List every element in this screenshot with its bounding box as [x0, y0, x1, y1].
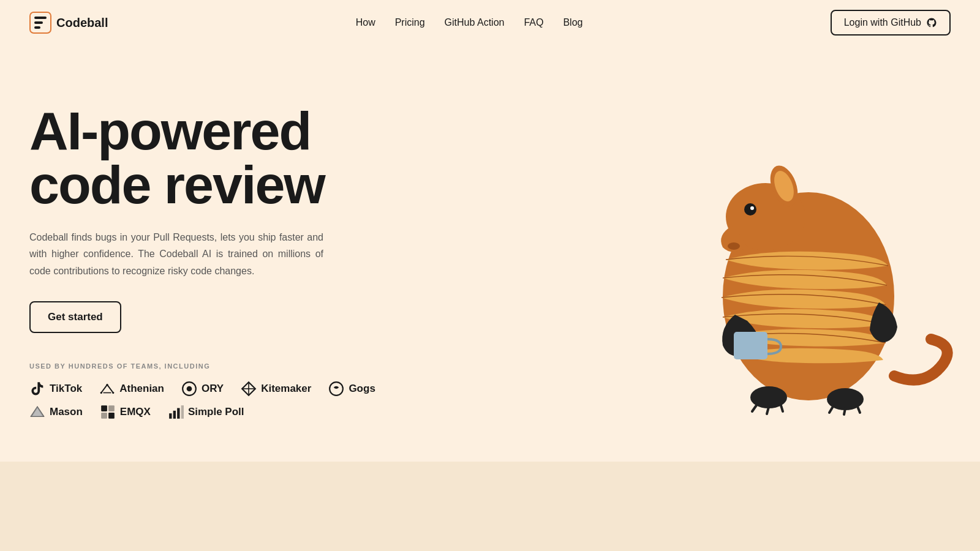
svg-point-26 — [744, 203, 756, 216]
svg-rect-1 — [34, 17, 47, 19]
logo-mason: Mason — [29, 404, 83, 420]
nav-links: How Pricing GitHub Action FAQ Blog — [356, 17, 583, 28]
logo-athenian: Athenian — [99, 381, 164, 397]
nav-faq[interactable]: FAQ — [524, 17, 543, 28]
nav-pricing[interactable]: Pricing — [395, 17, 425, 28]
athenian-icon — [99, 381, 115, 397]
svg-rect-20 — [173, 411, 176, 419]
used-by-label: USED BY HUNDREDS OF TEAMS, INCLUDING — [29, 362, 434, 370]
gogs-icon — [328, 381, 344, 397]
login-label: Login with GitHub — [844, 17, 921, 28]
athenian-label: Athenian — [119, 383, 164, 395]
logo-kitemaker: Kitemaker — [241, 381, 311, 397]
svg-point-8 — [187, 386, 192, 391]
ory-icon — [181, 381, 197, 397]
logo-ory: ORY — [181, 381, 224, 397]
svg-point-6 — [112, 392, 114, 394]
brand-logo[interactable]: Codeball — [29, 12, 108, 34]
svg-rect-15 — [101, 405, 107, 411]
simplepoll-icon — [168, 404, 184, 420]
logo-emqx: EMQX — [100, 404, 151, 420]
logos-row-2: Mason EMQX — [29, 404, 434, 420]
codeball-logo-icon — [29, 12, 51, 34]
svg-rect-30 — [734, 332, 767, 359]
navbar: Codeball How Pricing GitHub Action FAQ B… — [0, 0, 980, 45]
svg-rect-3 — [34, 26, 40, 29]
tiktok-label: TikTok — [50, 383, 82, 395]
hero-section: AI-powered code review Codeball finds bu… — [0, 45, 980, 462]
tiktok-icon — [29, 381, 45, 397]
svg-line-37 — [844, 408, 845, 414]
second-section — [0, 462, 980, 551]
logo-simplepoll: Simple Poll — [168, 404, 244, 420]
svg-line-35 — [781, 405, 783, 411]
hero-content: AI-powered code review Codeball finds bu… — [29, 104, 434, 427]
emqx-icon — [100, 404, 116, 420]
nav-blog[interactable]: Blog — [563, 17, 582, 28]
login-button[interactable]: Login with GitHub — [831, 10, 951, 36]
svg-line-36 — [829, 407, 833, 413]
svg-rect-21 — [177, 408, 179, 418]
kitemaker-icon — [241, 381, 257, 397]
emqx-label: EMQX — [120, 406, 151, 418]
get-started-button[interactable]: Get started — [29, 301, 121, 333]
svg-point-5 — [100, 392, 102, 394]
nav-how[interactable]: How — [356, 17, 375, 28]
logo-gogs: Gogs — [328, 381, 375, 397]
kitemaker-label: Kitemaker — [261, 383, 311, 395]
hero-title: AI-powered code review — [29, 104, 434, 212]
hero-illustration — [662, 58, 956, 425]
svg-line-38 — [858, 407, 860, 413]
svg-rect-16 — [108, 405, 115, 411]
svg-rect-17 — [101, 413, 107, 419]
svg-rect-19 — [169, 413, 172, 419]
svg-rect-22 — [181, 405, 184, 419]
svg-rect-18 — [108, 413, 115, 419]
svg-rect-2 — [34, 21, 43, 24]
svg-point-25 — [728, 242, 740, 250]
logos-row-1: TikTok Athenian — [29, 381, 434, 397]
simplepoll-label: Simple Poll — [188, 406, 244, 418]
github-icon — [926, 17, 937, 28]
ory-label: ORY — [202, 383, 224, 395]
nav-github-action[interactable]: GitHub Action — [445, 17, 505, 28]
gogs-label: Gogs — [349, 383, 375, 395]
armadillo-svg — [662, 58, 956, 425]
used-by-section: USED BY HUNDREDS OF TEAMS, INCLUDING Tik… — [29, 362, 434, 420]
brand-name: Codeball — [56, 16, 108, 30]
svg-line-33 — [752, 405, 756, 411]
svg-point-27 — [750, 206, 754, 210]
logo-tiktok: TikTok — [29, 381, 82, 397]
hero-description: Codeball finds bugs in your Pull Request… — [29, 229, 323, 279]
svg-point-4 — [107, 384, 108, 386]
mason-icon — [29, 404, 45, 420]
mason-label: Mason — [50, 406, 83, 418]
